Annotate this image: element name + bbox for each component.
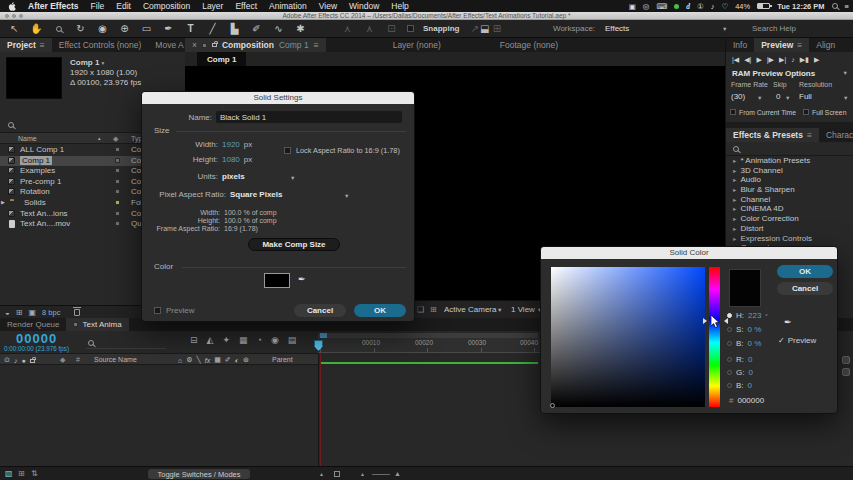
next-frame-icon[interactable]: |▶ bbox=[767, 56, 774, 64]
label-color-swatch[interactable] bbox=[115, 200, 120, 205]
effects-category[interactable]: ►* Animation Presets bbox=[726, 156, 853, 166]
expand-layer-switches-icon[interactable]: ▧ bbox=[5, 469, 13, 478]
hue-marker-left-icon[interactable] bbox=[703, 318, 710, 324]
heart-icon[interactable]: ♡ bbox=[721, 2, 728, 11]
b-value[interactable]: 0 % bbox=[748, 339, 762, 348]
display-icon[interactable]: ▣ bbox=[629, 2, 636, 11]
draft-3d-icon[interactable]: ◭ bbox=[207, 335, 214, 345]
eyedropper-icon[interactable]: ✒ bbox=[298, 274, 306, 284]
camera-tool[interactable]: ◉ bbox=[96, 23, 109, 34]
full-screen-checkbox[interactable] bbox=[803, 109, 809, 115]
auto-keyframe-icon[interactable]: ◉ bbox=[271, 335, 279, 345]
dialog-title[interactable]: Solid Settings bbox=[142, 92, 414, 104]
brush-tool[interactable]: ╱ bbox=[206, 23, 219, 34]
info-circle-icon[interactable]: ① bbox=[697, 2, 704, 11]
comp-marker-icon[interactable]: ▴ bbox=[320, 470, 323, 477]
frame-blend-switch-icon[interactable]: ▦ bbox=[214, 356, 221, 364]
b2-value[interactable]: 0 bbox=[748, 381, 752, 390]
tab-effects-presets[interactable]: Effects & Presets≡ bbox=[726, 128, 819, 142]
panel-menu-icon[interactable]: ≡ bbox=[797, 40, 802, 50]
notification-center-icon[interactable]: ≡ bbox=[845, 2, 849, 11]
effects-category[interactable]: ►Channel bbox=[726, 195, 853, 205]
shy-switch-icon[interactable]: ⌂ bbox=[178, 357, 182, 364]
chevron-down-icon[interactable]: ▼ bbox=[497, 307, 502, 313]
tab-info[interactable]: Info bbox=[726, 38, 754, 52]
effects-category[interactable]: ►Color Correction bbox=[726, 214, 853, 224]
menu-edit[interactable]: Edit bbox=[116, 1, 131, 11]
keyboard-icon[interactable]: ⌨ bbox=[656, 2, 667, 11]
effects-category[interactable]: ►Audio bbox=[726, 175, 853, 185]
clone-stamp-tool[interactable]: ▙ bbox=[228, 23, 241, 34]
view-layout-dropdown[interactable]: 1 View bbox=[511, 305, 535, 314]
active-camera-dropdown[interactable]: Active Camera bbox=[444, 305, 496, 314]
panel-dock-icon[interactable] bbox=[842, 356, 850, 364]
pan-behind-tool[interactable]: ⊕ bbox=[118, 23, 131, 34]
solid-name-input[interactable]: Black Solid 1 bbox=[216, 111, 402, 123]
ram-preview-options[interactable]: RAM Preview Options bbox=[732, 69, 815, 78]
pen-tool[interactable]: ✒ bbox=[162, 23, 175, 34]
shape-tool[interactable]: ▭ bbox=[140, 23, 153, 34]
fx-switch-icon[interactable]: fx bbox=[205, 357, 210, 364]
red-radio[interactable] bbox=[727, 357, 732, 362]
timeline-search-field[interactable] bbox=[86, 337, 166, 349]
traffic-lights[interactable] bbox=[5, 14, 23, 18]
tab-effect-controls[interactable]: Effect Controls (none) bbox=[52, 38, 149, 52]
audio-icon[interactable]: ♪ bbox=[791, 56, 795, 63]
effects-category[interactable]: ►3D Channel bbox=[726, 166, 853, 176]
green-radio[interactable] bbox=[727, 370, 732, 375]
menu-clock[interactable]: Tue 12:26 PM bbox=[777, 2, 824, 11]
zoom-in-mountain-icon[interactable]: ▲ bbox=[394, 470, 401, 477]
current-frame-display[interactable]: 00000 bbox=[16, 331, 57, 346]
apple-icon[interactable] bbox=[8, 2, 16, 11]
solid-color-swatch[interactable] bbox=[264, 273, 290, 288]
view-axis-mode-icon[interactable]: ⊡ bbox=[385, 23, 398, 34]
frame-blend-icon[interactable]: ▦ bbox=[239, 335, 248, 345]
region-of-interest-icon[interactable]: ❏ bbox=[417, 305, 424, 314]
label-column-icon[interactable]: ◆ bbox=[113, 135, 118, 143]
label-color-swatch[interactable] bbox=[115, 221, 120, 226]
lock-icon[interactable] bbox=[212, 43, 217, 47]
tab-composition[interactable]: × Composition Comp 1 ≡ bbox=[185, 38, 326, 52]
adjustment-switch-icon[interactable]: ◐ bbox=[235, 357, 239, 364]
tab-timeline-comp[interactable]: Text Anima bbox=[66, 318, 128, 331]
width-value[interactable]: 1920 bbox=[222, 140, 240, 149]
local-axis-mode-icon[interactable]: ⋏ bbox=[341, 23, 354, 34]
close-icon[interactable]: × bbox=[192, 40, 197, 50]
preview-label[interactable]: Preview bbox=[788, 336, 816, 345]
panel-menu-icon[interactable]: ≡ bbox=[314, 40, 319, 50]
chevron-down-icon[interactable]: ▼ bbox=[290, 175, 295, 181]
height-value[interactable]: 1080 bbox=[222, 155, 240, 164]
make-comp-size-button[interactable]: Make Comp Size bbox=[248, 238, 340, 251]
search-help-input[interactable]: Search Help bbox=[752, 24, 796, 33]
loop-icon[interactable]: ▶ bbox=[814, 56, 819, 64]
tab-footage[interactable]: Footage (none) bbox=[493, 38, 565, 52]
hue-radio[interactable] bbox=[727, 313, 732, 318]
chevron-down-icon[interactable]: ▼ bbox=[843, 70, 848, 76]
roto-brush-tool[interactable]: ∿ bbox=[272, 23, 285, 34]
s-value[interactable]: 0 % bbox=[748, 325, 762, 334]
collapse-switch-icon[interactable]: ⚙ bbox=[186, 356, 192, 364]
cancel-button[interactable]: Cancel bbox=[294, 304, 346, 317]
timeline-zoom-slider[interactable] bbox=[372, 474, 390, 475]
color-field-cursor[interactable] bbox=[550, 403, 555, 408]
comp-button-icon[interactable] bbox=[334, 471, 340, 477]
color-depth-button[interactable]: 8 bpc bbox=[42, 308, 60, 317]
col-name[interactable]: Name bbox=[18, 135, 37, 142]
pixel-aspect-dropdown[interactable]: Square Pixels bbox=[230, 190, 282, 199]
workspace-dropdown-icon[interactable]: ▼ bbox=[722, 26, 727, 32]
hand-tool[interactable]: ✋ bbox=[30, 23, 43, 34]
hex-value[interactable]: 000000 bbox=[737, 396, 764, 405]
ok-button[interactable]: OK bbox=[354, 304, 406, 317]
ok-button[interactable]: OK bbox=[777, 265, 833, 278]
skip-dropdown[interactable]: 0 bbox=[776, 92, 780, 101]
tab-align[interactable]: Align bbox=[809, 38, 842, 52]
zoom-tool[interactable] bbox=[52, 23, 65, 34]
puppet-pin-tool[interactable]: ✱ bbox=[294, 23, 307, 34]
hide-shy-icon[interactable]: ✦ bbox=[222, 335, 230, 345]
effects-category[interactable]: ►Distort bbox=[726, 224, 853, 234]
menu-window[interactable]: Window bbox=[349, 1, 379, 11]
preview-checkbox[interactable] bbox=[154, 307, 161, 314]
saturation-radio[interactable] bbox=[727, 327, 732, 332]
r-value[interactable]: 0 bbox=[748, 355, 752, 364]
new-comp-icon[interactable]: ▣ bbox=[29, 308, 37, 317]
